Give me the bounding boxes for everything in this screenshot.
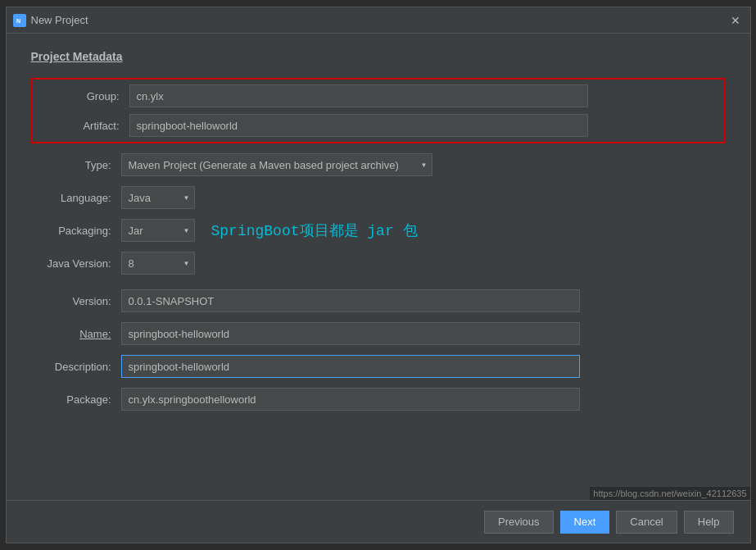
svg-text:N: N [16,18,20,24]
jar-annotation: SpringBoot项目都是 jar 包 [211,220,418,240]
version-label: Version: [31,295,121,307]
type-label: Type: [31,159,121,171]
version-row: Version: [31,289,726,312]
previous-button[interactable]: Previous [484,511,554,534]
main-window: N New Project ✕ Project Metadata Group: … [6,7,751,543]
package-label: Package: [31,393,121,406]
packaging-row: Packaging: Jar War SpringBoot项目都是 jar 包 [31,219,726,242]
next-button[interactable]: Next [560,511,610,534]
watermark: https://blog.csdn.net/weixin_42112635 [590,487,749,500]
java-version-select[interactable]: 8 11 17 [121,252,195,275]
artifact-label: Artifact: [39,120,129,132]
group-input[interactable] [129,84,588,107]
window-title: New Project [31,14,727,26]
form-content: Project Metadata Group: Artifact: Type: … [7,34,750,500]
type-select[interactable]: Maven Project (Generate a Maven based pr… [121,153,432,176]
version-input[interactable] [121,289,580,312]
group-artifact-box: Group: Artifact: [31,78,726,143]
group-label: Group: [39,90,129,102]
description-row: Description: [31,355,726,378]
java-version-label: Java Version: [31,257,121,270]
footer: Previous Next Cancel Help [7,500,750,543]
language-label: Language: [31,192,121,204]
window-icon: N [13,14,26,27]
artifact-row: Artifact: [39,114,718,137]
packaging-select[interactable]: Jar War [121,219,195,242]
name-label: Name: [31,328,121,340]
section-title: Project Metadata [31,50,726,63]
cancel-button[interactable]: Cancel [616,511,677,534]
type-row: Type: Maven Project (Generate a Maven ba… [31,153,726,176]
language-select[interactable]: Java Kotlin Groovy [121,186,195,209]
description-label: Description: [31,361,121,373]
language-select-wrapper: Java Kotlin Groovy [121,186,195,209]
package-input[interactable] [121,388,580,411]
artifact-input[interactable] [129,114,588,137]
close-button[interactable]: ✕ [727,12,744,29]
java-version-row: Java Version: 8 11 17 [31,252,726,275]
help-button[interactable]: Help [684,511,734,534]
name-input[interactable] [121,322,580,345]
package-row: Package: [31,388,726,411]
title-bar: N New Project ✕ [7,7,750,34]
language-row: Language: Java Kotlin Groovy [31,186,726,209]
packaging-label: Packaging: [31,225,121,237]
type-select-wrapper: Maven Project (Generate a Maven based pr… [121,153,432,176]
description-input[interactable] [121,355,580,378]
group-row: Group: [39,84,718,107]
name-row: Name: [31,322,726,345]
java-version-select-wrapper: 8 11 17 [121,252,195,275]
packaging-select-wrapper: Jar War [121,219,195,242]
